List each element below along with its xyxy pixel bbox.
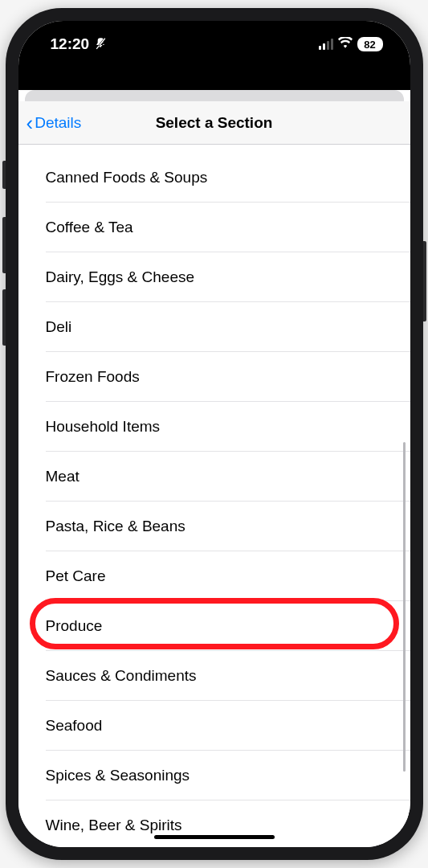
dynamic-island [162, 35, 267, 64]
screen: 12:20 82 [18, 21, 410, 847]
list-item[interactable]: Frozen Foods [18, 352, 410, 402]
list-item[interactable]: Meat [18, 452, 410, 502]
mute-switch [2, 161, 6, 189]
phone-frame: 12:20 82 [6, 8, 423, 860]
home-indicator[interactable] [154, 835, 275, 839]
list-item[interactable]: Canned Foods & Soups [18, 153, 410, 203]
list-item-label: Frozen Foods [46, 368, 140, 386]
volume-up-button [2, 217, 6, 273]
list-item-label: Canned Foods & Soups [46, 169, 208, 186]
list-item[interactable]: Spices & Seasonings [18, 751, 410, 800]
list-item[interactable]: Pasta, Rice & Beans [18, 502, 410, 551]
back-button[interactable]: ‹ Details [26, 113, 82, 133]
list-item-label: Dairy, Eggs & Cheese [46, 268, 195, 286]
list-item-label: Meat [46, 468, 79, 485]
list-item[interactable]: Dairy, Eggs & Cheese [18, 252, 410, 302]
list-item[interactable]: Sauces & Condiments [18, 651, 410, 701]
list-item[interactable]: Wine, Beer & Spirits [18, 800, 410, 847]
back-button-label: Details [35, 114, 81, 132]
navigation-bar: ‹ Details Select a Section [18, 101, 410, 145]
silent-mode-icon [94, 37, 107, 52]
list-item[interactable]: Pet Care [18, 551, 410, 601]
volume-down-button [2, 289, 6, 346]
cellular-signal-icon [319, 39, 333, 50]
list-item-label: Pasta, Rice & Beans [46, 518, 185, 535]
power-button [423, 241, 426, 321]
chevron-left-icon: ‹ [26, 113, 34, 133]
list-item-label: Sauces & Condiments [46, 667, 197, 685]
list-item[interactable]: Seafood [18, 701, 410, 751]
status-bar-extension [18, 68, 410, 90]
battery-indicator: 82 [357, 37, 383, 51]
list-item[interactable]: Deli [18, 302, 410, 352]
list-item[interactable]: Household Items [18, 402, 410, 452]
list-item-label: Spices & Seasonings [46, 767, 190, 784]
list-item-label: Pet Care [46, 567, 106, 585]
list-item-label: Deli [46, 318, 72, 336]
list-item-label: Coffee & Tea [46, 219, 133, 236]
list-item-label: Household Items [46, 418, 161, 436]
list-item-label: Produce [46, 617, 103, 635]
status-time: 12:20 [51, 35, 90, 53]
battery-percent: 82 [364, 39, 375, 51]
list-item-label: Seafood [46, 717, 103, 735]
list-item-label: Wine, Beer & Spirits [46, 817, 182, 834]
list-item[interactable]: Produce [18, 601, 410, 651]
list-item[interactable]: Coffee & Tea [18, 203, 410, 252]
section-list: Canned Foods & SoupsCoffee & TeaDairy, E… [18, 145, 410, 847]
sheet-stack-indicator [25, 90, 404, 101]
content-area: Canned Foods & SoupsCoffee & TeaDairy, E… [18, 145, 410, 847]
scroll-indicator [403, 442, 406, 772]
wifi-icon [338, 37, 353, 51]
